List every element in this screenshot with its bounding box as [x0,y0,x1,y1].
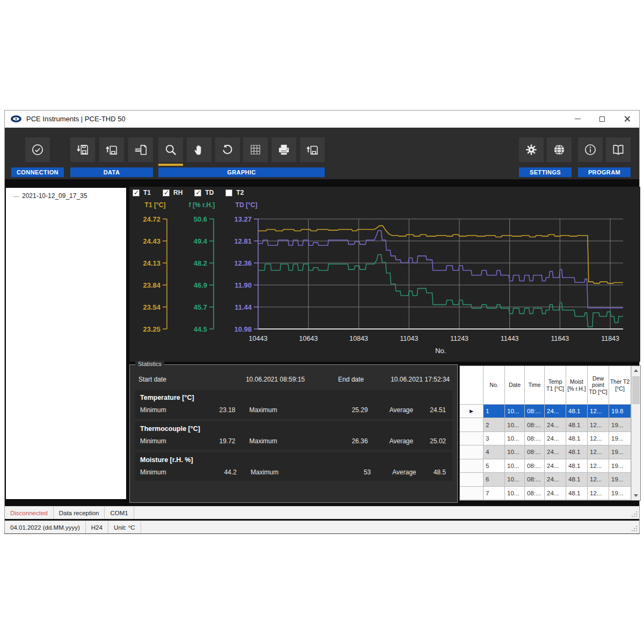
table-cell[interactable]: 08:... [525,459,545,473]
minimize-button[interactable] [565,111,590,127]
table-cell[interactable]: 12... [588,473,609,486]
checkbox-checked-icon[interactable] [194,189,201,196]
chart-svg[interactable]: T1 [°C]24.7224.4324.1323.8423.5423.25f [… [129,199,640,361]
zoom-tool-button[interactable] [158,137,183,162]
series-checkbox-T1[interactable]: T1 [133,189,151,196]
row-selector[interactable] [460,432,484,445]
checkbox-checked-icon[interactable] [163,189,170,196]
series-checkbox-TD[interactable]: TD [194,189,214,196]
table-cell[interactable]: 08:... [525,473,545,486]
table-cell[interactable]: 24... [545,473,566,486]
row-selector[interactable] [460,473,484,486]
table-cell[interactable]: 19... [609,487,631,500]
scrollbar-thumb[interactable] [632,376,640,404]
table-cell[interactable]: 08:... [525,445,545,459]
save-graphic-button[interactable] [300,137,325,162]
column-header[interactable]: Dew point TD [°C] [588,366,609,405]
table-cell[interactable]: 10... [505,445,525,459]
table-cell[interactable]: 24... [545,432,566,445]
load-data-button[interactable] [99,137,124,162]
table-cell[interactable]: 12... [588,445,609,459]
table-cell[interactable]: 12... [588,405,609,418]
export-csv-button[interactable]: CSV [128,137,153,162]
table-cell[interactable]: 19... [609,445,631,459]
manual-button[interactable] [606,137,631,162]
column-header[interactable]: Time [525,366,545,405]
column-header[interactable]: No. [484,366,505,405]
table-cell[interactable]: 08:... [525,405,545,418]
table-cell[interactable]: 5 [484,459,505,473]
table-cell[interactable]: 24... [545,418,566,431]
resize-grip-icon[interactable] [631,510,638,518]
table-cell[interactable]: 24... [545,487,566,500]
connect-button[interactable] [25,137,50,162]
table-scrollbar[interactable] [631,366,640,500]
table-cell[interactable]: 1 [484,405,505,418]
row-selector[interactable] [460,445,484,459]
row-selector[interactable] [460,459,484,473]
table-cell[interactable]: 12... [588,459,609,473]
grid-toggle-button[interactable] [243,137,268,162]
table-cell[interactable]: 19... [609,418,631,431]
table-cell[interactable]: 3 [484,432,505,445]
row-selector[interactable] [460,487,484,500]
info-button[interactable] [578,137,603,162]
table-cell[interactable]: 08:... [525,487,545,500]
table-cell[interactable]: 19... [609,459,631,473]
table-cell[interactable]: 24... [545,405,566,418]
table-cell[interactable]: 48.1 [566,405,588,418]
table-cell[interactable]: 12... [588,487,609,500]
settings-button[interactable] [519,137,544,162]
row-selector[interactable] [460,418,484,431]
pan-tool-button[interactable] [187,137,211,162]
table-cell[interactable]: 08:... [525,418,545,431]
reset-view-button[interactable] [215,137,240,162]
column-header[interactable]: Moist [% r.H.] [566,366,588,405]
column-header[interactable]: Temp T1 [°C] [545,366,566,405]
table-cell[interactable]: 08:... [525,432,545,445]
table-cell[interactable]: 19.8 [609,405,631,418]
series-T1 [258,226,623,283]
table-cell[interactable]: 7 [484,487,505,500]
stat-card-title: Temperature [°C] [140,394,446,401]
table-cell[interactable]: 48.1 [566,432,588,445]
table-cell[interactable]: 10... [505,405,525,418]
table-cell[interactable]: 10... [505,473,525,486]
table-cell[interactable]: 10... [505,432,525,445]
close-button[interactable] [614,111,639,127]
table-cell[interactable]: 10... [505,418,525,431]
series-checkbox-T2[interactable]: T2 [225,189,244,196]
table-cell[interactable]: 24... [545,459,566,473]
table-cell[interactable]: 12... [588,432,609,445]
checkbox-checked-icon[interactable] [133,189,140,196]
column-header[interactable]: Date [505,366,525,405]
table-cell[interactable]: 48.1 [566,418,588,431]
table-cell[interactable]: 48.1 [566,459,588,473]
tree-item-dataset[interactable]: — 2021-10-12_09_17_35 [6,188,126,200]
table-cell[interactable]: 10... [505,487,525,500]
series-checkbox-RH[interactable]: RH [163,189,182,196]
language-button[interactable] [547,137,572,162]
axis-tick-label: 10.98 [234,325,252,333]
scrollbar-down-button[interactable] [632,491,640,500]
scrollbar-up-button[interactable] [632,366,640,375]
table-cell[interactable]: 48.1 [566,445,588,459]
column-header[interactable]: Ther T2 [°C] [609,366,631,405]
save-data-button[interactable] [70,137,95,162]
table-cell[interactable]: 48.1 [566,473,588,486]
checkbox-unchecked-icon[interactable] [225,189,232,196]
table-cell[interactable]: 24... [545,445,566,459]
table-cell[interactable]: 6 [484,473,505,486]
table-cell[interactable]: 10... [505,459,525,473]
table-cell[interactable]: 2 [484,418,505,431]
table-cell[interactable]: 12... [588,418,609,431]
row-selector-current[interactable] [460,405,484,418]
maximize-button[interactable] [590,111,614,127]
table-cell[interactable]: 4 [484,445,505,459]
table-cell[interactable]: 19... [609,473,631,486]
print-icon [277,143,291,157]
table-cell[interactable]: 48.1 [566,487,588,500]
print-button[interactable] [272,137,296,162]
table-cell[interactable]: 19... [609,432,631,445]
resize-grip-icon[interactable] [631,525,638,532]
